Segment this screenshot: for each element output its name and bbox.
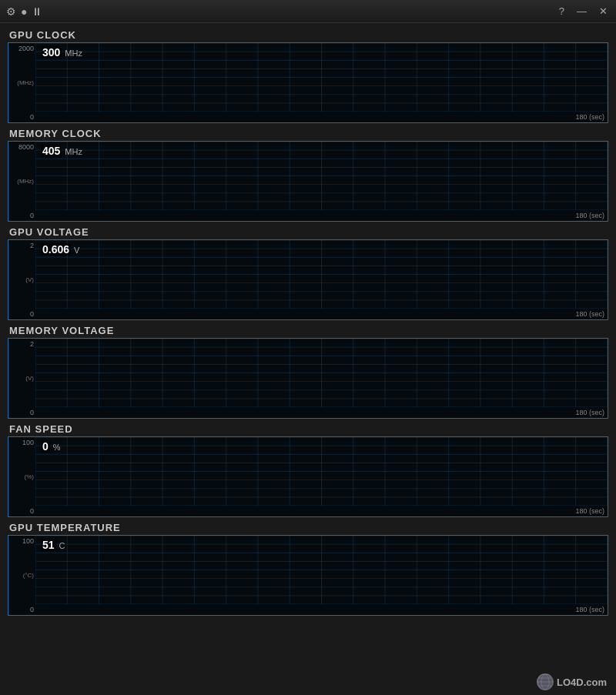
graph-fan-speed: 0% 100 (%) 0 180 (sec) [8, 436, 608, 517]
value-number-memory-clock: 405 [41, 145, 62, 157]
value-unit-gpu-temperature: C [59, 541, 65, 550]
y-unit: (V) [10, 375, 34, 382]
panel-gpu-voltage: GPU VOLTAGE0.606V 2 (V) 0 180 (sec) [8, 226, 608, 320]
panel-title-gpu-temperature: GPU TEMPERATURE [8, 522, 608, 533]
y-max: 2 [10, 340, 34, 348]
panel-title-memory-clock: MEMORY CLOCK [8, 128, 608, 139]
y-min: 0 [10, 409, 34, 416]
value-display-memory-clock: 405MHz [41, 145, 82, 157]
value-number-gpu-temperature: 51 [41, 539, 56, 551]
grid-area-memory-voltage [35, 339, 608, 407]
y-axis-memory-clock: 8000 (MHz) 0 [8, 142, 35, 221]
value-display-fan-speed: 0% [41, 440, 61, 453]
panel-memory-clock: MEMORY CLOCK405MHz 8000 (MHz) 0 180 (sec… [8, 128, 608, 222]
panel-title-fan-speed: FAN SPEED [8, 423, 608, 435]
y-min: 0 [10, 606, 34, 613]
y-max: 2 [10, 242, 34, 249]
panel-title-gpu-clock: GPU CLOCK [8, 29, 608, 41]
y-axis-gpu-voltage: 2 (V) 0 [8, 240, 35, 319]
y-axis-memory-voltage: 2 (V) 0 [8, 339, 35, 418]
minimize-button[interactable]: — [574, 5, 589, 17]
value-unit-memory-clock: MHz [65, 147, 82, 156]
y-axis-gpu-temperature: 100 (°C) 0 [8, 536, 35, 615]
panel-gpu-clock: GPU CLOCK300MHz 2000 (MHz) 0 180 (sec) [8, 29, 608, 123]
graph-memory-voltage: 2 (V) 0 180 (sec) [8, 338, 608, 419]
y-unit: (MHz) [10, 79, 34, 86]
value-number-fan-speed: 0 [41, 440, 50, 453]
y-unit: (%) [10, 473, 34, 480]
value-number-gpu-clock: 300 [41, 46, 62, 58]
y-axis-gpu-clock: 2000 (MHz) 0 [8, 43, 35, 122]
value-unit-gpu-voltage: V [74, 246, 79, 255]
value-display-gpu-clock: 300MHz [41, 46, 82, 58]
grid-area-memory-clock [35, 142, 608, 210]
value-display-gpu-voltage: 0.606V [41, 243, 79, 256]
y-max: 8000 [10, 143, 34, 151]
watermark-text: LO4D.com [557, 677, 607, 688]
watermark: LO4D.com [537, 673, 607, 690]
value-display-gpu-temperature: 51C [41, 539, 65, 551]
y-axis-fan-speed: 100 (%) 0 [8, 437, 35, 516]
panel-title-gpu-voltage: GPU VOLTAGE [8, 226, 608, 238]
x-axis-label-memory-clock: 180 (sec) [575, 212, 604, 219]
help-button[interactable]: ? [557, 5, 567, 17]
y-unit: (V) [10, 276, 34, 283]
watermark-globe [537, 673, 554, 690]
x-axis-label-gpu-voltage: 180 (sec) [575, 310, 604, 318]
graph-gpu-voltage: 0.606V 2 (V) 0 180 (sec) [8, 239, 608, 320]
record-icon[interactable]: ● [21, 5, 27, 18]
value-unit-fan-speed: % [53, 443, 61, 452]
y-min: 0 [10, 310, 34, 318]
pause-icon[interactable]: ⏸ [32, 5, 42, 18]
panel-fan-speed: FAN SPEED0% 100 (%) 0 180 (sec) [8, 423, 608, 517]
y-min: 0 [10, 113, 34, 121]
x-axis-label-memory-voltage: 180 (sec) [575, 409, 604, 416]
grid-area-fan-speed [35, 437, 608, 506]
panel-memory-voltage: MEMORY VOLTAGE 2 (V) 0 180 (sec) [8, 325, 608, 419]
y-max: 2000 [10, 45, 34, 52]
x-axis-label-gpu-clock: 180 (sec) [575, 113, 604, 121]
y-min: 0 [10, 507, 34, 515]
value-unit-gpu-clock: MHz [65, 48, 82, 58]
y-max: 100 [10, 439, 34, 446]
title-bar-left: ⚙ ● ⏸ [6, 5, 42, 18]
graph-gpu-clock: 300MHz 2000 (MHz) 0 180 (sec) [8, 42, 608, 123]
y-unit: (MHz) [10, 178, 34, 185]
y-unit: (°C) [10, 572, 34, 579]
panel-title-memory-voltage: MEMORY VOLTAGE [8, 325, 608, 336]
graph-memory-clock: 405MHz 8000 (MHz) 0 180 (sec) [8, 141, 608, 222]
grid-area-gpu-voltage [35, 240, 608, 309]
settings-icon[interactable]: ⚙ [6, 5, 16, 18]
title-bar-right: ? — ✕ [557, 5, 610, 17]
y-max: 100 [10, 537, 34, 545]
value-number-gpu-voltage: 0.606 [41, 243, 71, 256]
close-button[interactable]: ✕ [597, 5, 610, 17]
graph-gpu-temperature: 51C 100 (°C) 0 180 (sec) [8, 535, 608, 616]
panel-gpu-temperature: GPU TEMPERATURE51C 100 (°C) 0 180 (sec) [8, 522, 608, 616]
grid-area-gpu-temperature [35, 536, 608, 604]
y-min: 0 [10, 212, 34, 219]
x-axis-label-gpu-temperature: 180 (sec) [575, 606, 604, 613]
main-content: GPU CLOCK300MHz 2000 (MHz) 0 180 (sec)ME… [0, 23, 616, 695]
x-axis-label-fan-speed: 180 (sec) [575, 507, 604, 515]
grid-area-gpu-clock [35, 43, 608, 112]
title-bar: ⚙ ● ⏸ ? — ✕ [0, 0, 616, 23]
